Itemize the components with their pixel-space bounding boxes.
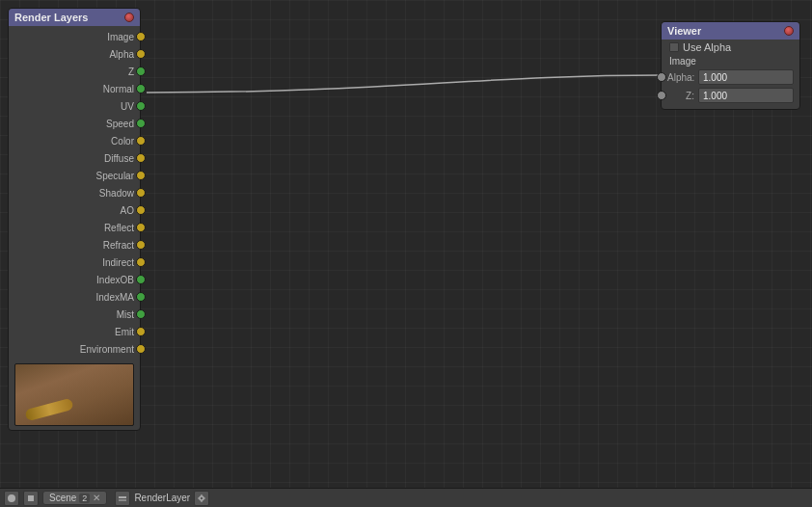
socket-label-reflect: Reflect: [104, 223, 140, 233]
socket-indirect[interactable]: [136, 257, 146, 267]
socket-label-specular: Specular: [96, 171, 140, 181]
z-field-row: Z: 1.000: [662, 87, 799, 105]
socket-image[interactable]: [136, 32, 146, 41]
viewer-node: Viewer Use Alpha Image Alpha: 1.000 Z: 1…: [661, 21, 800, 110]
viewer-dot[interactable]: [784, 26, 794, 36]
socket-row-emit: Emit: [9, 323, 140, 340]
socket-specular[interactable]: [136, 171, 146, 180]
socket-label-indirect: Indirect: [102, 257, 140, 268]
socket-reflect[interactable]: [136, 223, 146, 232]
socket-row-alpha: Alpha: [9, 45, 140, 63]
socket-environment[interactable]: [136, 344, 146, 354]
socket-label-shadow: Shadow: [99, 188, 140, 199]
socket-label-indexob: IndexOB: [96, 275, 140, 285]
scene-num: 2: [79, 494, 90, 503]
render-layers-sockets: ImageAlphaZNormalUVSpeedColorDiffuseSpec…: [9, 26, 140, 360]
socket-row-normal: Normal: [9, 80, 140, 97]
socket-label-environment: Environment: [80, 344, 140, 355]
image-label-row: Image: [662, 55, 799, 68]
socket-row-indexma: IndexMA: [9, 288, 140, 306]
scene-tab[interactable]: Scene 2 ✕: [42, 491, 107, 505]
socket-label-image: Image: [107, 32, 140, 42]
scene-icon-btn[interactable]: [4, 491, 19, 506]
scene-label: Scene: [49, 493, 76, 503]
socket-row-color: Color: [9, 132, 140, 149]
socket-label-speed: Speed: [106, 119, 140, 129]
render-layers-dot[interactable]: [124, 13, 134, 22]
socket-row-indirect: Indirect: [9, 254, 140, 271]
render-icon-btn[interactable]: [23, 491, 39, 506]
socket-row-indexob: IndexOB: [9, 271, 140, 288]
alpha-value: 1.000: [703, 72, 727, 83]
socket-refract[interactable]: [136, 240, 146, 250]
use-alpha-label: Use Alpha: [683, 41, 731, 53]
socket-row-environment: Environment: [9, 340, 140, 358]
socket-z[interactable]: [136, 67, 146, 76]
svg-point-0: [8, 494, 15, 502]
socket-uv[interactable]: [136, 101, 146, 111]
alpha-field-row: Alpha: 1.000: [662, 68, 799, 87]
socket-row-specular: Specular: [9, 167, 140, 184]
socket-ao[interactable]: [136, 205, 146, 215]
image-label: Image: [669, 56, 696, 67]
socket-color[interactable]: [136, 136, 146, 146]
status-bar: Scene 2 ✕ RenderLayer: [0, 488, 812, 507]
render-layer-label: RenderLayer: [134, 493, 190, 503]
svg-rect-2: [119, 496, 126, 498]
use-alpha-checkbox[interactable]: [669, 42, 679, 52]
alpha-socket[interactable]: [657, 72, 666, 82]
socket-mist[interactable]: [136, 309, 146, 319]
render-layer-bar: RenderLayer: [115, 491, 209, 506]
socket-diffuse[interactable]: [136, 153, 146, 163]
socket-label-refract: Refract: [103, 240, 140, 251]
socket-speed[interactable]: [136, 119, 146, 128]
use-alpha-row: Use Alpha: [662, 40, 799, 55]
socket-row-speed: Speed: [9, 115, 140, 132]
render-layers-node: Render Layers ImageAlphaZNormalUVSpeedCo…: [8, 8, 141, 431]
render-layer-icon[interactable]: [115, 491, 130, 506]
svg-point-4: [200, 496, 203, 500]
scene-icon: [7, 494, 16, 503]
socket-row-shadow: Shadow: [9, 184, 140, 201]
z-socket[interactable]: [657, 91, 666, 100]
socket-label-indexma: IndexMA: [96, 292, 140, 303]
viewer-title: Viewer: [667, 25, 701, 37]
render-layers-thumbnail: [14, 363, 134, 426]
socket-label-normal: Normal: [103, 84, 140, 94]
alpha-field-label: Alpha:: [667, 72, 694, 83]
layers-icon: [118, 494, 127, 503]
scene-close-btn[interactable]: ✕: [93, 493, 100, 503]
render-icon: [26, 494, 36, 503]
render-layer-settings-btn[interactable]: [194, 491, 209, 506]
render-layers-title: Render Layers: [14, 12, 88, 23]
svg-rect-3: [119, 499, 126, 501]
z-field-label: Z:: [667, 91, 694, 101]
socket-indexob[interactable]: [136, 275, 146, 284]
render-layers-node-header: Render Layers: [9, 9, 140, 26]
socket-row-z: Z: [9, 63, 140, 80]
socket-alpha[interactable]: [136, 49, 146, 59]
socket-shadow[interactable]: [136, 188, 146, 198]
z-value: 1.000: [703, 91, 727, 101]
socket-row-ao: AO: [9, 201, 140, 219]
svg-rect-1: [28, 495, 34, 501]
socket-emit[interactable]: [136, 327, 146, 336]
socket-indexma[interactable]: [136, 292, 146, 302]
socket-label-diffuse: Diffuse: [104, 153, 140, 164]
socket-normal[interactable]: [136, 84, 146, 93]
socket-row-image: Image: [9, 28, 140, 45]
socket-row-uv: UV: [9, 97, 140, 115]
z-field-input[interactable]: 1.000: [698, 88, 794, 103]
socket-row-reflect: Reflect: [9, 219, 140, 236]
settings-icon: [197, 494, 206, 503]
viewer-node-header: Viewer: [662, 22, 799, 40]
socket-row-refract: Refract: [9, 236, 140, 254]
socket-row-diffuse: Diffuse: [9, 149, 140, 167]
alpha-field-input[interactable]: 1.000: [698, 69, 794, 85]
socket-row-mist: Mist: [9, 306, 140, 323]
